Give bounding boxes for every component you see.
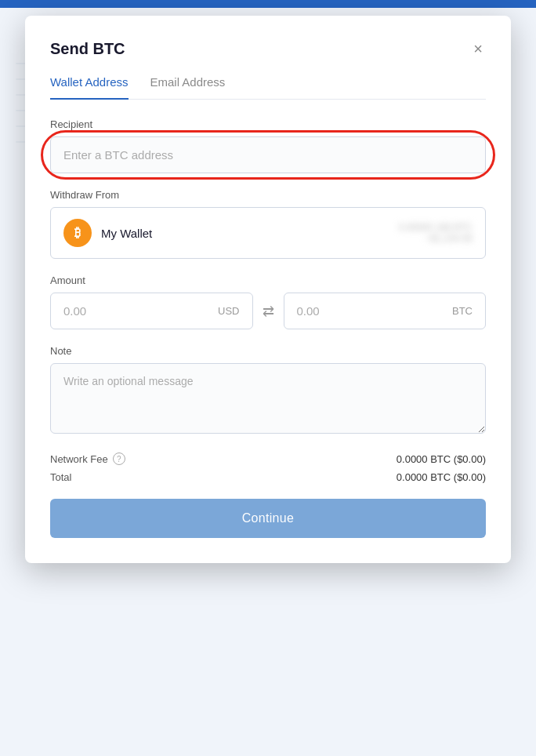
modal-title: Send BTC <box>50 40 125 58</box>
fee-section: Network Fee ? 0.0000 BTC ($0.00) Total 0… <box>50 453 486 483</box>
btc-value: 0.00 <box>297 304 320 318</box>
usd-value: 0.00 <box>63 304 86 318</box>
btc-currency: BTC <box>452 305 473 317</box>
total-label: Total <box>50 471 71 483</box>
btc-icon: ₿ <box>63 219 92 247</box>
network-fee-label: Network Fee ? <box>50 453 125 465</box>
recipient-group: Recipient <box>50 118 486 173</box>
network-fee-row: Network Fee ? 0.0000 BTC ($0.00) <box>50 453 486 465</box>
network-fee-value: 0.0000 BTC ($0.00) <box>397 453 486 465</box>
continue-button[interactable]: Continue <box>50 499 486 538</box>
usd-input-box[interactable]: 0.00 USD <box>50 293 253 329</box>
modal-header: Send BTC × <box>50 38 486 60</box>
modal-overlay: Send BTC × Wallet Address Email Address … <box>0 8 536 756</box>
tab-email-address[interactable]: Email Address <box>150 75 226 100</box>
withdraw-label: Withdraw From <box>50 189 486 201</box>
note-group: Note <box>50 345 486 437</box>
wallet-selector[interactable]: ₿ My Wallet 0.00000 188 BTC ~$1,234.56 <box>50 207 486 259</box>
withdraw-group: Withdraw From ₿ My Wallet 0.00000 188 BT… <box>50 189 486 259</box>
send-btc-modal: Send BTC × Wallet Address Email Address … <box>25 16 511 563</box>
amount-label: Amount <box>50 274 486 286</box>
total-row: Total 0.0000 BTC ($0.00) <box>50 471 486 483</box>
recipient-label: Recipient <box>50 118 486 130</box>
swap-icon[interactable]: ⇄ <box>263 303 274 320</box>
wallet-name: My Wallet <box>101 227 152 240</box>
note-input[interactable] <box>50 363 486 434</box>
close-button[interactable]: × <box>470 38 486 60</box>
note-label: Note <box>50 345 486 357</box>
usd-currency: USD <box>218 305 239 317</box>
wallet-info: ₿ My Wallet <box>63 219 152 247</box>
amount-row: 0.00 USD ⇄ 0.00 BTC <box>50 293 486 329</box>
total-value: 0.0000 BTC ($0.00) <box>397 471 486 483</box>
tab-bar: Wallet Address Email Address <box>50 75 486 100</box>
network-fee-help-icon[interactable]: ? <box>113 453 125 465</box>
tab-wallet-address[interactable]: Wallet Address <box>50 75 129 100</box>
btc-input-box[interactable]: 0.00 BTC <box>284 293 487 329</box>
amount-group: Amount 0.00 USD ⇄ 0.00 BTC <box>50 274 486 329</box>
recipient-container <box>50 136 486 173</box>
recipient-input[interactable] <box>50 136 486 173</box>
wallet-balance: 0.00000 188 BTC ~$1,234.56 <box>399 222 473 244</box>
